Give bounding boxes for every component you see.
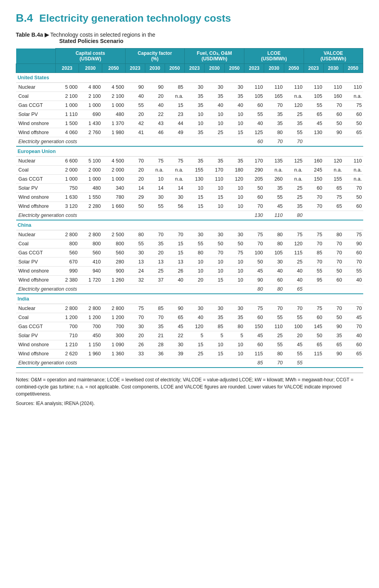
tech-name: Wind onshore [16,340,56,349]
data-cell: n.a. [284,166,304,175]
data-cell: 35 [205,313,225,322]
data-cell: 70 [304,202,323,211]
data-cell: 450 [79,331,102,340]
tech-name: Coal [16,166,56,175]
data-cell: 50 [323,313,343,322]
data-cell: 35 [145,239,165,248]
data-cell: 1 200 [79,313,102,322]
data-cell: 110 [343,157,363,166]
gen-costs-valcoe [343,211,363,220]
data-cell: 13 [165,258,184,267]
data-cell: 15 [205,276,225,285]
data-cell: 115 [284,248,304,258]
data-cell: 10 [224,202,244,211]
valcoe-2030: 2030 [323,64,343,73]
gen-costs-row: Electricity generation costs13011080 [16,211,363,220]
data-cell: 15 [184,340,205,349]
tech-name: Nuclear [16,83,56,92]
tech-name: Solar PV [16,331,56,340]
data-cell: 37 [145,276,165,285]
tech-name: Wind offshore [16,128,56,137]
data-cell: 15 [165,239,184,248]
gen-costs-lcoe: 70 [284,137,304,147]
data-cell: 80 [184,248,205,258]
lcoe-2050: 2050 [284,64,304,73]
data-cell: 110 [304,83,323,92]
data-cell: n.a. [165,166,184,175]
data-cell: 1 370 [102,119,125,128]
data-cell: 75 [323,193,343,202]
data-cell: 60 [323,110,343,119]
gen-costs-row: Electricity generation costs857055 [16,358,363,368]
data-cell: 30 [224,230,244,239]
data-cell: 75 [145,157,165,166]
data-cell: 4 800 [79,83,102,92]
gen-costs-row: Electricity generation costs607070 [16,137,363,147]
data-cell: 90 [323,322,343,331]
tech-name: Wind onshore [16,119,56,128]
data-cell: 1 500 [56,119,79,128]
data-cell: 2 000 [102,166,125,175]
data-cell: 10 [205,202,225,211]
data-cell: 110 [284,83,304,92]
data-cell: 300 [102,331,125,340]
data-cell: 14 [145,184,165,193]
gen-costs-valcoe [343,358,363,368]
data-cell: 560 [56,248,79,258]
fuel-2030: 2030 [205,64,225,73]
data-cell: 70 [244,202,264,211]
data-cell: 1 000 [56,101,79,110]
data-cell: 65 [343,349,363,358]
table-id: Table B.4a [16,32,43,38]
data-cell: 35 [205,92,225,101]
tech-name: Gas CCGT [16,175,56,184]
data-cell: 42 [125,119,145,128]
data-cell: 40 [284,267,304,276]
data-cell: 160 [323,92,343,101]
region-name: India [16,294,363,304]
data-cell: 30 [224,304,244,313]
data-cell: 70 [323,101,343,110]
data-cell: 43 [145,119,165,128]
data-cell: 55 [125,239,145,248]
data-cell: 40 [145,101,165,110]
gen-costs-lcoe: 80 [244,285,264,294]
data-cell: 90 [145,83,165,92]
data-cell: 170 [205,166,225,175]
data-cell: 120 [323,157,343,166]
data-cell: 65 [304,340,323,349]
data-cell: 10 [184,267,205,276]
data-cell: 670 [56,258,79,267]
data-cell: 70 [343,304,363,313]
gen-costs-label: Electricity generation costs [16,137,244,147]
table-row: Wind onshore1 6301 550780293030151510605… [16,193,363,202]
data-cell: 25 [284,184,304,193]
data-cell: 30 [165,340,184,349]
cf-2023: 2023 [125,64,145,73]
data-cell: 205 [244,175,264,184]
data-cell: 50 [323,267,343,276]
data-cell: 55 [145,202,165,211]
data-cell: 120 [224,175,244,184]
data-cell: 105 [304,92,323,101]
tech-name: Wind onshore [16,193,56,202]
data-cell: 15 [205,193,225,202]
header-group-row: Capital costs(USD/kW) Capacity factor(%)… [16,49,363,64]
data-cell: 4 500 [102,83,125,92]
table-row: Gas CCGT70070070030354512085801501101001… [16,322,363,331]
sources-text: Sources: IEA analysis; IRENA (2024). [16,401,95,406]
data-cell: 75 [244,304,264,313]
data-cell: 105 [244,92,264,101]
data-cell: 75 [343,101,363,110]
data-cell: 45 [284,340,304,349]
data-cell: n.a. [284,92,304,101]
data-cell: n.a. [343,166,363,175]
data-cell: 10 [205,184,225,193]
cap-2023: 2023 [56,64,79,73]
notes-text: Notes: O&M = operation and maintenance; … [16,377,353,397]
table-row: Wind offshore2 6201 9601 360333639251510… [16,349,363,358]
data-cell: 990 [56,267,79,276]
data-cell: 40 [343,276,363,285]
data-cell: 20 [284,331,304,340]
data-cell: n.a. [343,175,363,184]
